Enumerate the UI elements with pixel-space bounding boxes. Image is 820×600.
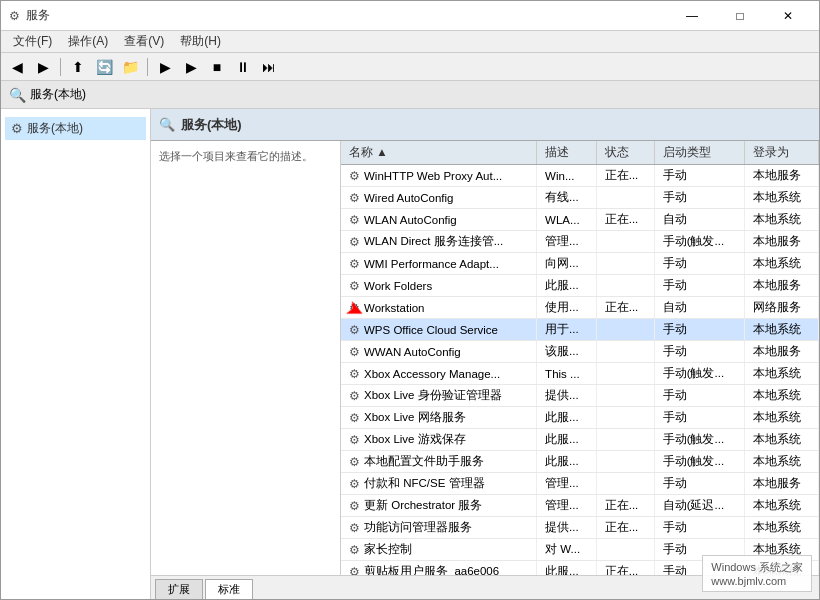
table-area[interactable]: 名称 ▲ 描述 状态 启动类型 登录为 ⚙ WinHTTP Web Proxy … [341, 141, 819, 575]
service-login-cell: 本地系统 [744, 517, 819, 539]
table-row[interactable]: ⚙ WLAN Direct 服务连接管...管理...手动(触发...本地服务 [341, 231, 819, 253]
table-row[interactable]: ⚙ Wired AutoConfig有线...手动本地系统 [341, 187, 819, 209]
table-row[interactable]: ⚙ 本地配置文件助手服务此服...手动(触发...本地系统 [341, 451, 819, 473]
table-row[interactable]: ⚙ Xbox Accessory Manage...This ...手动(触发.… [341, 363, 819, 385]
window-title: 服务 [26, 7, 50, 24]
table-row[interactable]: ⚙ Work Folders此服...手动本地服务 [341, 275, 819, 297]
gear-icon: ⚙ [349, 345, 360, 359]
service-login-cell: 本地服务 [744, 165, 819, 187]
service-desc-cell: 管理... [537, 495, 597, 517]
service-startup-cell: 手动 [654, 385, 744, 407]
service-startup-cell: 自动 [654, 297, 744, 319]
service-status-cell [596, 341, 654, 363]
service-login-cell: 本地系统 [744, 429, 819, 451]
service-login-cell: 本地系统 [744, 363, 819, 385]
table-row[interactable]: ⚙ 功能访问管理器服务提供...正在...手动本地系统 [341, 517, 819, 539]
table-row[interactable]: ⚙ WinHTTP Web Proxy Aut...Win...正在...手动本… [341, 165, 819, 187]
service-status-cell: 正在... [596, 209, 654, 231]
services-header-icon: 🔍 [159, 117, 175, 132]
service-name-cell: ⚙ Xbox Live 游戏保存 [341, 429, 537, 451]
breadcrumb-icon: 🔍 [9, 87, 26, 103]
service-desc-cell: This ... [537, 363, 597, 385]
service-desc-cell: WLA... [537, 209, 597, 231]
service-status-cell: 正在... [596, 517, 654, 539]
table-row[interactable]: ⚙ WWAN AutoConfig该服...手动本地服务 [341, 341, 819, 363]
service-name-cell: ⚙ WLAN Direct 服务连接管... [341, 231, 537, 253]
title-bar: ⚙ 服务 — □ ✕ [1, 1, 819, 31]
sidebar-item-services[interactable]: ⚙ 服务(本地) [5, 117, 146, 140]
menu-help[interactable]: 帮助(H) [172, 31, 229, 52]
table-row[interactable]: ⚙ Xbox Live 网络服务此服...手动本地系统 [341, 407, 819, 429]
tab-extend[interactable]: 扩展 [155, 579, 203, 599]
service-startup-cell: 手动(触发... [654, 451, 744, 473]
gear-icon: ⚙ [349, 411, 360, 425]
toolbar-up[interactable]: ⬆ [66, 56, 90, 78]
service-startup-cell: 手动 [654, 275, 744, 297]
col-name[interactable]: 名称 ▲ [341, 141, 537, 165]
services-header-label: 服务(本地) [181, 116, 242, 134]
watermark-line2: www.bjmlv.com [711, 575, 803, 587]
service-status-cell: 正在... [596, 165, 654, 187]
col-startup[interactable]: 启动类型 [654, 141, 744, 165]
menu-file[interactable]: 文件(F) [5, 31, 60, 52]
maximize-button[interactable]: □ [717, 1, 763, 31]
table-row[interactable]: ⚙ WPS Office Cloud Service用于...手动本地系统 [341, 319, 819, 341]
table-row[interactable]: ⚙ Xbox Live 游戏保存此服...手动(触发...本地系统 [341, 429, 819, 451]
service-login-cell: 本地服务 [744, 341, 819, 363]
gear-icon: ⚙ [349, 565, 360, 576]
service-name-cell: ⚙ Xbox Live 网络服务 [341, 407, 537, 429]
toolbar-back[interactable]: ◀ [5, 56, 29, 78]
close-button[interactable]: ✕ [765, 1, 811, 31]
col-login[interactable]: 登录为 [744, 141, 819, 165]
service-name-cell: ⚙ 剪贴板用户服务_aa6e006 [341, 561, 537, 576]
table-row[interactable]: ⚙ Xbox Live 身份验证管理器提供...手动本地系统 [341, 385, 819, 407]
minimize-button[interactable]: — [669, 1, 715, 31]
table-row[interactable]: ⚙ 付款和 NFC/SE 管理器管理...手动本地服务 [341, 473, 819, 495]
col-status[interactable]: 状态 [596, 141, 654, 165]
breadcrumb-bar: 🔍 服务(本地) [1, 81, 819, 109]
gear-icon: ⚙ [349, 477, 360, 491]
service-login-cell: 本地系统 [744, 319, 819, 341]
service-status-cell [596, 275, 654, 297]
service-login-cell: 本地系统 [744, 253, 819, 275]
toolbar-forward[interactable]: ▶ [31, 56, 55, 78]
main-window: ⚙ 服务 — □ ✕ 文件(F) 操作(A) 查看(V) 帮助(H) ◀ ▶ ⬆… [0, 0, 820, 600]
toolbar-refresh[interactable]: 🔄 [92, 56, 116, 78]
description-text: 选择一个项目来查看它的描述。 [159, 150, 313, 162]
toolbar-stop[interactable]: ■ [205, 56, 229, 78]
service-name-cell: ⚙ 家长控制 [341, 539, 537, 561]
table-row[interactable]: ⚙ WMI Performance Adapt...向网...手动本地系统 [341, 253, 819, 275]
service-startup-cell: 手动(触发... [654, 231, 744, 253]
gear-icon: ⚙ [349, 543, 360, 557]
service-startup-cell: 手动 [654, 253, 744, 275]
service-name-cell: ⚙ 功能访问管理器服务 [341, 517, 537, 539]
tab-standard[interactable]: 标准 [205, 579, 253, 599]
menu-view[interactable]: 查看(V) [116, 31, 172, 52]
service-login-cell: 本地系统 [744, 451, 819, 473]
service-desc-cell: 向网... [537, 253, 597, 275]
table-row[interactable]: ⚙ Workstation使用...正在...自动网络服务 [341, 297, 819, 319]
service-startup-cell: 自动(延迟... [654, 495, 744, 517]
toolbar-play2[interactable]: ▶ [179, 56, 203, 78]
service-desc-cell: 此服... [537, 429, 597, 451]
service-login-cell: 本地系统 [744, 209, 819, 231]
toolbar-pause[interactable]: ⏸ [231, 56, 255, 78]
menu-action[interactable]: 操作(A) [60, 31, 116, 52]
service-status-cell [596, 253, 654, 275]
service-startup-cell: 手动 [654, 319, 744, 341]
service-status-cell [596, 473, 654, 495]
service-desc-cell: 对 W... [537, 539, 597, 561]
col-desc[interactable]: 描述 [537, 141, 597, 165]
service-name-cell: ⚙ WMI Performance Adapt... [341, 253, 537, 275]
toolbar-restart[interactable]: ⏭ [257, 56, 281, 78]
service-name-cell: ⚙ WWAN AutoConfig [341, 341, 537, 363]
table-row[interactable]: ⚙ 更新 Orchestrator 服务管理...正在...自动(延迟...本地… [341, 495, 819, 517]
service-name-cell: ⚙ WLAN AutoConfig [341, 209, 537, 231]
table-row[interactable]: ⚙ WLAN AutoConfigWLA...正在...自动本地系统 [341, 209, 819, 231]
gear-icon: ⚙ [349, 279, 360, 293]
toolbar-play[interactable]: ▶ [153, 56, 177, 78]
toolbar-folder[interactable]: 📁 [118, 56, 142, 78]
service-name-cell: ⚙ Work Folders [341, 275, 537, 297]
service-status-cell [596, 363, 654, 385]
toolbar: ◀ ▶ ⬆ 🔄 📁 ▶ ▶ ■ ⏸ ⏭ [1, 53, 819, 81]
